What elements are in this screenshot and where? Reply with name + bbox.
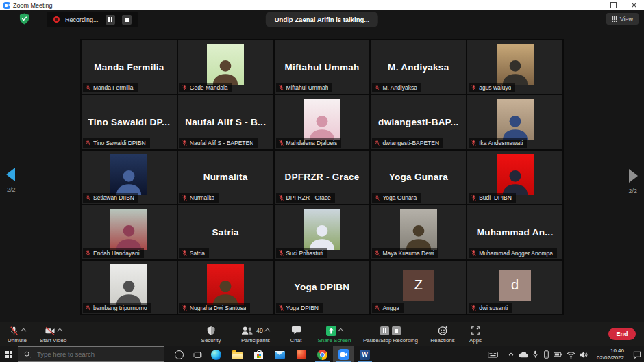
battery-icon[interactable] — [554, 351, 562, 358]
start-video-button[interactable]: Start Video — [40, 325, 66, 344]
tray-date: 02/02/2022 — [597, 354, 624, 361]
participant-display-name: Muhammad An... — [473, 227, 557, 237]
store-taskbar-button[interactable] — [248, 346, 269, 362]
action-center-icon[interactable] — [633, 350, 641, 359]
share-options-chevron-icon[interactable] — [338, 328, 343, 333]
video-options-chevron-icon[interactable] — [57, 328, 62, 333]
unmute-button[interactable]: Unmute — [5, 325, 29, 344]
participant-tile[interactable]: Endah Handayani — [82, 205, 177, 259]
participant-tile[interactable]: Z Angga — [371, 261, 466, 314]
stop-recording-icon[interactable] — [392, 326, 401, 335]
search-icon — [24, 351, 31, 358]
pause-recording-button[interactable] — [106, 15, 115, 25]
participant-name-label: bambang tripurnomo — [83, 303, 151, 313]
participant-tile[interactable]: agus waluyo — [467, 40, 562, 94]
participant-tile[interactable]: Suci Prihastuti — [275, 205, 370, 259]
edge-taskbar-button[interactable] — [206, 346, 227, 362]
close-button[interactable] — [623, 0, 644, 10]
mic-muted-icon — [471, 250, 477, 257]
pause-stop-recording-button[interactable]: Pause/Stop Recording — [359, 325, 422, 344]
apps-button[interactable]: Apps — [463, 325, 488, 344]
security-button[interactable]: Security — [193, 325, 229, 344]
participant-tile[interactable]: Maya Kusuma Dewi — [371, 205, 466, 259]
participant-tile[interactable]: bambang tripurnomo — [82, 261, 177, 314]
wifi-icon[interactable] — [567, 351, 575, 359]
participant-tile[interactable]: Satria Satria — [178, 205, 273, 259]
word-taskbar-button[interactable] — [354, 346, 375, 362]
participant-photo — [110, 154, 147, 195]
participant-tile[interactable]: Budi_DPIBN — [467, 151, 562, 204]
participant-tile[interactable]: Tino Sawaldi DP... Tino Sawaldi DPIBN — [82, 95, 177, 148]
participant-tile[interactable]: Ika Andesmawati — [467, 95, 562, 148]
participant-name-text: Satria — [190, 250, 205, 257]
participant-tile[interactable]: Gede Mandala — [178, 40, 273, 94]
participant-photo — [304, 99, 340, 140]
reactions-button[interactable]: Reactions — [425, 325, 460, 344]
taskbar-search[interactable] — [18, 346, 164, 362]
participant-tile[interactable]: DPFRZR - Grace DPFRZR - Grace — [275, 151, 370, 204]
chrome-taskbar-button[interactable] — [312, 346, 333, 362]
tray-clock[interactable]: 10:46 02/02/2022 — [597, 348, 624, 362]
minimize-button[interactable] — [582, 0, 603, 10]
previous-page-arrow[interactable] — [6, 168, 15, 181]
mail-taskbar-button[interactable] — [269, 346, 290, 362]
participant-tile[interactable]: d dwi susanti — [467, 261, 562, 314]
mic-muted-icon — [85, 305, 91, 311]
edge-icon — [211, 350, 221, 360]
participant-tile[interactable]: Manda Fermilia Manda Fermilia — [82, 40, 177, 94]
speaker-icon[interactable] — [580, 351, 588, 359]
office-icon — [297, 350, 306, 359]
maximize-button[interactable] — [603, 0, 623, 10]
maximize-icon — [610, 2, 617, 8]
file-explorer-taskbar-button[interactable] — [227, 346, 248, 362]
chrome-icon — [317, 350, 327, 360]
pause-recording-icon[interactable] — [380, 326, 389, 335]
chat-button[interactable]: Chat — [282, 325, 310, 344]
participants-chevron-icon[interactable] — [264, 328, 270, 333]
participant-tile[interactable]: M. Andiyaksa M. Andiyaksa — [371, 40, 466, 94]
participant-tile[interactable]: Nurmalita Nurmalita — [178, 151, 273, 204]
participant-display-name: M. Andiyaksa — [384, 62, 452, 73]
participant-tile[interactable]: dwiangesti-BAP... dwiangesti-BAPETEN — [371, 95, 466, 148]
hidden-icons-chevron-icon[interactable] — [508, 351, 515, 358]
participant-tile[interactable]: Yoga DPIBN Yoga DPIBN — [275, 261, 370, 314]
participant-name-label: Ika Andesmawati — [469, 138, 527, 148]
zoom-taskbar-button[interactable] — [333, 346, 354, 362]
start-button[interactable] — [0, 346, 18, 362]
onedrive-cloud-icon[interactable] — [519, 351, 528, 358]
participant-name-label: Angga — [372, 303, 404, 313]
search-input[interactable] — [36, 350, 148, 359]
participant-tile[interactable]: Nugraha Dwi Santosa — [178, 261, 273, 314]
cortana-button[interactable] — [170, 346, 188, 362]
mic-muted-icon — [85, 250, 91, 257]
participant-display-name: Yoga DPIBN — [291, 282, 354, 292]
participant-name-text: Angga — [382, 305, 399, 311]
audio-options-chevron-icon[interactable] — [21, 328, 26, 333]
participant-name-label: DPFRZR - Grace — [276, 193, 335, 203]
participant-name-label: Setiawan DIIBN — [83, 193, 138, 203]
participant-tile[interactable]: Miftahul Ummah Miftahul Ummah — [275, 40, 370, 94]
participant-name-label: M. Andiyaksa — [372, 83, 421, 92]
phone-link-icon[interactable] — [543, 350, 549, 359]
office-taskbar-button[interactable] — [290, 346, 312, 362]
share-screen-button[interactable]: Share Screen — [312, 325, 356, 344]
window-title: Zoom Meeting — [13, 2, 53, 9]
participant-tile[interactable]: Setiawan DIIBN — [82, 151, 177, 204]
touch-keyboard-icon[interactable] — [488, 350, 498, 359]
view-button[interactable]: View — [606, 13, 639, 25]
participants-button[interactable]: 49 Participants — [232, 325, 280, 344]
stop-recording-button[interactable] — [122, 15, 132, 25]
mic-muted-icon — [374, 194, 380, 201]
participant-name-text: Naufal Alif S - BAPETEN — [190, 140, 254, 146]
participant-tile[interactable]: Naufal Alif S - B... Naufal Alif S - BAP… — [178, 95, 273, 148]
participant-tile[interactable]: Yoga Gunara Yoga Gunara — [371, 151, 466, 204]
participant-tile[interactable]: Mahdalena Djaloeis — [275, 95, 370, 148]
task-view-button[interactable] — [189, 346, 206, 362]
participant-display-name: Nurmalita — [200, 172, 251, 182]
participants-count: 49 — [256, 327, 263, 334]
security-shield-icon — [206, 326, 216, 336]
microphone-tray-icon[interactable] — [532, 350, 539, 359]
end-meeting-button[interactable]: End — [608, 328, 636, 340]
participant-tile[interactable]: Muhammad An... Muhammad Angger Anompa — [467, 205, 562, 259]
next-page-arrow[interactable] — [629, 169, 638, 183]
